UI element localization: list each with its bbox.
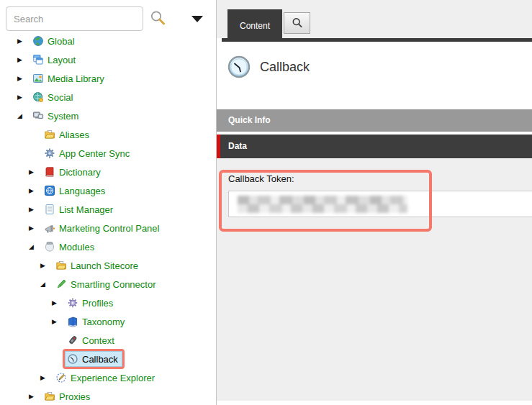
- redacted-token-value: [238, 196, 407, 213]
- languages-icon: [44, 185, 55, 196]
- tree-item-label: Dictionary: [59, 167, 101, 178]
- tree-item[interactable]: ▶ List Manager: [0, 200, 216, 219]
- tree-item[interactable]: ▶ Social: [0, 88, 216, 106]
- wand-icon: [55, 372, 67, 383]
- magnifier-icon: [291, 17, 304, 29]
- expand-arrow-icon[interactable]: ▶: [17, 57, 28, 63]
- annotation-ring: Aliases: [40, 124, 96, 145]
- annotation-ring: Context: [63, 330, 121, 350]
- annotation-ring: Media Library: [28, 68, 111, 88]
- tree-item-label: Marketing Control Panel: [59, 223, 159, 234]
- search-input[interactable]: [6, 6, 143, 31]
- tree-item[interactable]: ▶ Languages: [0, 181, 216, 200]
- data-section-body: Callback Token:: [217, 158, 532, 401]
- tree-item-label: Callback: [82, 354, 118, 365]
- tree-item[interactable]: ▶ Dictionary: [0, 163, 216, 181]
- expand-arrow-icon[interactable]: ▶: [29, 225, 40, 232]
- tree-item-label: Experience Explorer: [71, 373, 155, 383]
- social-globe-icon: [32, 91, 44, 103]
- expand-arrow-icon[interactable]: ▶: [29, 188, 40, 194]
- tree-item[interactable]: ◢ System: [0, 106, 216, 125]
- section-data[interactable]: Data: [217, 135, 532, 158]
- expand-arrow-icon[interactable]: ▶: [17, 94, 28, 101]
- tree-item[interactable]: Callback: [0, 350, 216, 368]
- annotation-ring: List Manager: [40, 199, 120, 219]
- annotation-ring: Modules: [40, 237, 101, 257]
- annotation-ring: App Center Sync: [40, 143, 136, 163]
- expand-arrow-icon[interactable]: ▶: [29, 206, 40, 213]
- search-tab-button[interactable]: [284, 12, 310, 34]
- expand-arrow-icon[interactable]: ▶: [29, 169, 40, 176]
- tree-item-label: Proxies: [59, 391, 90, 402]
- annotation-ring: Marketing Control Panel: [40, 218, 166, 238]
- annotation-ring: Profiles: [63, 293, 120, 313]
- annotation-ring: Experience Explorer: [51, 368, 161, 388]
- remote-icon: [67, 335, 78, 346]
- annotation-ring: System: [28, 106, 85, 126]
- tree-item[interactable]: ▶ Media Library: [0, 69, 216, 88]
- expand-arrow-icon[interactable]: ▶: [17, 38, 28, 45]
- tree-item[interactable]: ▶ Profiles: [0, 293, 216, 312]
- folder-icon: [55, 260, 67, 271]
- tree-item[interactable]: ▶ Global: [0, 32, 216, 50]
- tree-item[interactable]: ▶ Layout: [0, 50, 216, 69]
- tree-item[interactable]: ▶ Taxonomy: [0, 312, 216, 331]
- tree-item[interactable]: ◢ Modules: [0, 237, 216, 256]
- tree-item-label: Taxonomy: [82, 317, 125, 327]
- annotation-ring: Languages: [40, 181, 112, 201]
- callback-token-label: Callback Token:: [228, 173, 294, 184]
- annotation-ring: Dictionary: [40, 162, 107, 182]
- annotation-ring: Proxies: [40, 386, 96, 405]
- expand-arrow-icon[interactable]: ▶: [52, 300, 63, 306]
- list-icon: [44, 204, 55, 215]
- tab-content[interactable]: Content: [227, 9, 282, 42]
- jar-icon: [44, 241, 55, 252]
- crayon-icon: [55, 278, 67, 290]
- bottom-strip: [217, 401, 532, 405]
- item-title-row: Callback: [217, 42, 532, 109]
- photo-icon: [32, 73, 44, 84]
- megaphone-icon: [44, 222, 55, 234]
- expand-arrow-icon[interactable]: ▶: [17, 76, 28, 82]
- folder-icon: [44, 391, 55, 402]
- expand-arrow-icon[interactable]: ◢: [40, 281, 51, 288]
- tree-item[interactable]: Aliases: [0, 125, 216, 144]
- tree-item[interactable]: ◢ Smartling Connector: [0, 275, 216, 293]
- tree-item[interactable]: ▶ Launch Sitecore: [0, 256, 216, 275]
- tree-item[interactable]: ▶ Marketing Control Panel: [0, 219, 216, 237]
- tree-item[interactable]: ▶ Experience Explorer: [0, 368, 216, 387]
- section-accent: [217, 135, 220, 158]
- tree-item-label: Aliases: [59, 129, 89, 140]
- content-tree: ▶ Global ▶ Layout ▶ Media Library ▶ Soci…: [0, 32, 216, 405]
- content-editor-panel: Content Callback Quick Info: [216, 0, 532, 405]
- gear-icon: [67, 297, 78, 309]
- callback-token-field[interactable]: [228, 191, 532, 217]
- tree-item-label: Global: [48, 36, 75, 47]
- annotation-ring: Launch Sitecore: [51, 255, 145, 276]
- expand-arrow-icon[interactable]: ▶: [29, 393, 40, 400]
- tree-item-label: Profiles: [82, 298, 113, 309]
- clock-icon: [67, 353, 78, 365]
- expand-arrow-icon[interactable]: ▶: [52, 319, 63, 325]
- tree-item-label: Context: [82, 335, 114, 346]
- search-icon[interactable]: [148, 9, 168, 29]
- tree-item-label: App Center Sync: [59, 148, 130, 159]
- sync-gear-icon: [44, 147, 55, 159]
- tree-item[interactable]: ▶ Proxies: [0, 387, 216, 405]
- tree-item[interactable]: App Center Sync: [0, 144, 216, 163]
- caret-down-icon[interactable]: [191, 16, 203, 22]
- red-book-icon: [44, 166, 55, 178]
- globe-icon: [32, 35, 44, 47]
- layout-icon: [32, 54, 44, 65]
- section-quick-info[interactable]: Quick Info: [217, 109, 532, 132]
- annotation-ring: Layout: [28, 50, 82, 70]
- expand-arrow-icon[interactable]: ◢: [17, 113, 28, 119]
- expand-arrow-icon[interactable]: ▶: [40, 263, 51, 269]
- page-title: Callback: [260, 60, 310, 75]
- expand-arrow-icon[interactable]: ◢: [29, 244, 40, 250]
- tree-item-label: Modules: [59, 242, 94, 252]
- tree-item[interactable]: Context: [0, 331, 216, 350]
- expand-arrow-icon[interactable]: ▶: [40, 375, 51, 381]
- clock-icon: [227, 55, 251, 78]
- computers-icon: [32, 110, 44, 122]
